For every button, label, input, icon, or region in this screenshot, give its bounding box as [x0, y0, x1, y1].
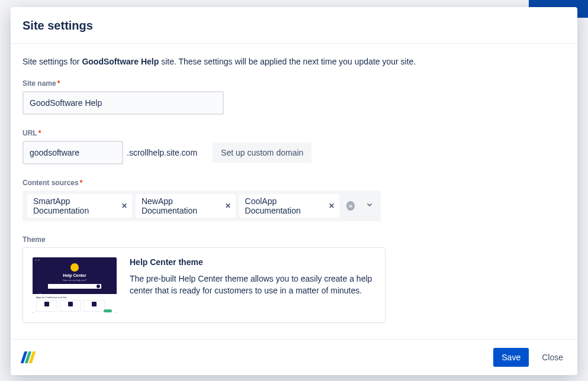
url-input[interactable]: [23, 141, 123, 164]
tag-remove-icon[interactable]: ✕: [327, 201, 336, 211]
site-name-field: Site name*: [23, 79, 565, 115]
tag-remove-icon[interactable]: ✕: [224, 201, 232, 211]
modal-body: Site settings for GoodSoftware Help site…: [11, 44, 577, 339]
tag-remove-icon[interactable]: ✕: [120, 201, 128, 211]
content-sources-field: Content sources* SmartApp Documentation …: [23, 179, 565, 221]
theme-label: Theme: [23, 235, 565, 244]
theme-field: Theme Help Center How can we help you?: [23, 235, 565, 323]
url-label: URL*: [23, 129, 565, 137]
modal-header: Site settings: [11, 7, 577, 44]
url-suffix: .scrollhelp.site.com: [127, 148, 197, 157]
site-name-input[interactable]: [23, 91, 224, 115]
save-button[interactable]: Save: [493, 348, 529, 367]
intro-text: Site settings for GoodSoftware Help site…: [23, 57, 565, 66]
content-sources-select[interactable]: SmartApp Documentation ✕ NewApp Document…: [23, 190, 381, 221]
tag-item: CoolApp Documentation ✕: [239, 194, 339, 218]
brand-logo-icon: [23, 351, 34, 363]
theme-name: Help Center theme: [130, 257, 375, 267]
chevron-down-icon[interactable]: [363, 201, 376, 211]
tag-item: NewApp Documentation ✕: [136, 194, 236, 218]
custom-domain-button[interactable]: Set up custom domain: [213, 143, 311, 163]
content-sources-label: Content sources*: [23, 179, 565, 187]
modal-title: Site settings: [23, 19, 565, 33]
site-name-label: Site name*: [23, 79, 565, 88]
theme-card[interactable]: Help Center How can we help you? Apps fo…: [23, 247, 385, 323]
tag-item: SmartApp Documentation ✕: [27, 194, 132, 218]
theme-preview-image: Help Center How can we help you? Apps fo…: [33, 257, 117, 313]
close-button[interactable]: Close: [539, 348, 565, 367]
theme-description: The pre-built Help Center theme allows y…: [130, 273, 375, 297]
modal-footer: Save Close: [11, 339, 577, 375]
clear-all-icon[interactable]: ✕: [346, 201, 355, 211]
url-field: URL* .scrollhelp.site.com Set up custom …: [23, 129, 565, 164]
site-settings-modal: Site settings Site settings for GoodSoft…: [11, 7, 577, 375]
